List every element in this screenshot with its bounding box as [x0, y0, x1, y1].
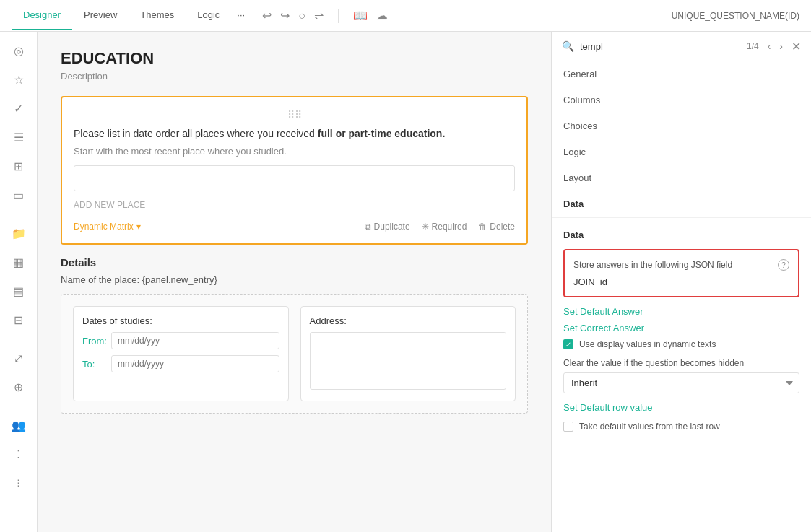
- tab-themes[interactable]: Themes: [129, 1, 186, 30]
- grid-icon[interactable]: ⊞: [6, 153, 32, 179]
- folder-icon[interactable]: 📁: [6, 220, 32, 246]
- question-type-chevron: ▾: [136, 222, 141, 232]
- tab-logic[interactable]: Logic: [186, 1, 231, 30]
- main-layout: ◎ ☆ ✓ ☰ ⊞ ▭ 📁 ▦ ▤ ⊟ ⤢ ⊕ 👥 ⁚ ⁝ EDUCATION …: [0, 32, 811, 532]
- inherit-select[interactable]: Inherit: [563, 372, 799, 393]
- set-default-row-value-link[interactable]: Set Default row value: [563, 402, 799, 413]
- cloud-icon[interactable]: ☁: [376, 9, 388, 22]
- address-title: Address:: [310, 315, 507, 326]
- expand-icon[interactable]: ⤢: [6, 345, 32, 371]
- take-default-checkbox[interactable]: [563, 422, 573, 432]
- required-label: Required: [432, 222, 467, 232]
- search-prev-button[interactable]: ‹: [765, 39, 774, 53]
- required-action[interactable]: ✳ Required: [422, 222, 467, 232]
- details-title: Details: [61, 256, 528, 269]
- set-correct-answer-link[interactable]: Set Correct Answer: [563, 323, 799, 333]
- panel-icon[interactable]: ▦: [6, 249, 32, 275]
- search-bar: 🔍 1/4 ‹ › ✕: [552, 32, 811, 61]
- settings-icon[interactable]: ⇌: [314, 9, 324, 22]
- search-close-button[interactable]: ✕: [792, 40, 801, 53]
- duplicate-icon: ⧉: [365, 222, 371, 232]
- address-box: Address:: [300, 306, 516, 401]
- stack-icon[interactable]: ▭: [6, 182, 32, 208]
- address-input[interactable]: [310, 332, 507, 390]
- to-input[interactable]: [111, 355, 279, 372]
- people-icon[interactable]: 👥: [6, 412, 32, 438]
- use-display-values-row: ✓ Use display values in dynamic texts: [563, 339, 799, 349]
- take-default-row: Take default values from the last row: [563, 422, 799, 432]
- nav-layout[interactable]: Layout: [552, 165, 811, 191]
- data-section-title: Data: [563, 230, 799, 240]
- details-subtitle: Name of the place: {panel.new_entry}: [61, 274, 528, 285]
- duplicate-label: Duplicate: [374, 222, 410, 232]
- sidebar-divider-3: [8, 406, 30, 406]
- question-text-bold: full or part-time education.: [318, 128, 446, 139]
- right-panel: 🔍 1/4 ‹ › ✕ General Columns Choices Logi…: [551, 32, 811, 532]
- undo-icon[interactable]: ↩: [262, 9, 272, 22]
- details-section: Details Name of the place: {panel.new_en…: [61, 256, 528, 414]
- to-label: To:: [82, 359, 105, 370]
- question-type-badge[interactable]: Dynamic Matrix ▾: [74, 222, 141, 232]
- check-icon[interactable]: ✓: [6, 95, 32, 121]
- set-default-answer-link[interactable]: Set Default Answer: [563, 306, 799, 317]
- more-menu[interactable]: ···: [231, 1, 251, 30]
- target-icon[interactable]: ◎: [6, 38, 32, 64]
- toolbar-actions: ↩ ↪ ○ ⇌ 📖 ☁: [262, 9, 388, 23]
- from-input[interactable]: [111, 332, 279, 349]
- delete-icon: 🗑: [478, 222, 487, 232]
- question-card: ⠿⠿ Please list in date order all places …: [61, 96, 528, 245]
- nav-data[interactable]: Data: [552, 191, 811, 217]
- nav-columns[interactable]: Columns: [552, 87, 811, 113]
- redo-icon[interactable]: ↪: [280, 9, 290, 22]
- json-field-input[interactable]: [573, 276, 789, 287]
- star-icon[interactable]: ☆: [6, 66, 32, 92]
- list-icon[interactable]: ☰: [6, 124, 32, 150]
- use-display-values-checkbox[interactable]: ✓: [563, 339, 573, 349]
- details-inner: Dates of studies: From: To: Address:: [61, 294, 528, 414]
- sidebar-divider-1: [8, 214, 30, 214]
- dates-box: Dates of studies: From: To:: [73, 306, 289, 401]
- search-input[interactable]: [580, 41, 741, 52]
- panel-nav: General Columns Choices Logic Layout Dat…: [552, 61, 811, 217]
- dots-grid2-icon[interactable]: ⁝: [6, 470, 32, 496]
- search-nav: ‹ ›: [765, 39, 786, 53]
- education-title: EDUCATION: [61, 49, 528, 68]
- delete-label: Delete: [490, 222, 515, 232]
- search-next-button[interactable]: ›: [776, 39, 786, 53]
- nav-logic[interactable]: Logic: [552, 139, 811, 165]
- from-label: From:: [82, 336, 105, 346]
- question-input-area: [74, 165, 515, 191]
- rows-icon[interactable]: ▤: [6, 278, 32, 304]
- book-icon[interactable]: 📖: [353, 9, 368, 22]
- nav-choices[interactable]: Choices: [552, 113, 811, 139]
- center-content: EDUCATION Description ⠿⠿ Please list in …: [38, 32, 551, 532]
- json-field-label: Store answers in the following JSON fiel…: [573, 259, 789, 271]
- db-icon[interactable]: ⊟: [6, 307, 32, 333]
- question-footer: Dynamic Matrix ▾ ⧉ Duplicate ✳ Required …: [74, 222, 515, 232]
- from-row: From:: [82, 332, 279, 349]
- drag-handle[interactable]: ⠿⠿: [74, 109, 515, 121]
- nav-tabs: Designer Preview Themes Logic ···: [12, 1, 251, 30]
- clear-icon[interactable]: ○: [298, 9, 305, 22]
- details-grid: Dates of studies: From: To: Address:: [73, 306, 516, 401]
- checkmark-icon: ✓: [565, 341, 571, 349]
- education-description: Description: [61, 71, 528, 82]
- nav-general[interactable]: General: [552, 61, 811, 87]
- search-icon: 🔍: [562, 40, 574, 52]
- required-icon: ✳: [422, 222, 429, 232]
- add-new-place[interactable]: ADD NEW PLACE: [74, 197, 515, 213]
- dots-grid-icon[interactable]: ⁚: [6, 441, 32, 467]
- help-icon[interactable]: ?: [778, 259, 789, 271]
- json-field-box: Store answers in the following JSON fiel…: [563, 249, 799, 297]
- delete-action[interactable]: 🗑 Delete: [478, 222, 515, 232]
- top-nav: Designer Preview Themes Logic ··· ↩ ↪ ○ …: [0, 0, 811, 32]
- tab-designer[interactable]: Designer: [12, 1, 72, 30]
- duplicate-action[interactable]: ⧉ Duplicate: [365, 222, 410, 232]
- crosshair-icon[interactable]: ⊕: [6, 374, 32, 400]
- page-title-header: UNIQUE_QUESTION_NAME(ID): [672, 11, 799, 21]
- sidebar-divider-2: [8, 339, 30, 339]
- tab-preview[interactable]: Preview: [72, 1, 129, 30]
- question-text: Please list in date order all places whe…: [74, 126, 515, 141]
- json-field-label-text: Store answers in the following JSON fiel…: [573, 260, 732, 270]
- to-row: To:: [82, 355, 279, 372]
